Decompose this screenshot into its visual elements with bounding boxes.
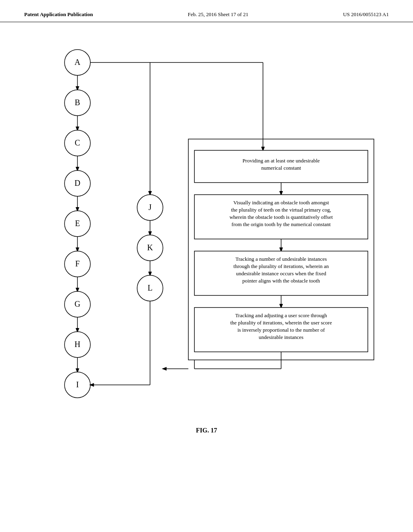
diagram-area: A B C D E F [0, 22, 413, 419]
box-3-text-2: through the plurality of iterations, whe… [234, 263, 329, 269]
box-4-text-4: undesirable instances [259, 334, 304, 340]
box-2-text-1: Visually indicating an obstacle tooth am… [233, 200, 329, 206]
box-4-text-1: Tracking and adjusting a user score thro… [235, 312, 327, 318]
box-2-text-2: the plurality of teeth on the virtual pr… [231, 207, 331, 213]
box-3-text-4: pointer aligns with the obstacle tooth [242, 278, 320, 284]
box-3-text-3: undesirable instance occurs when the fix… [236, 270, 326, 276]
node-K-label: K [147, 243, 153, 252]
box-4-text-3: is inversely proportional to the number … [238, 327, 325, 333]
node-H-label: H [75, 340, 80, 349]
figure-label: FIG. 17 [0, 427, 413, 450]
box-2-text-3: wherein the obstacle tooth is quantitati… [229, 214, 333, 220]
box-1-text-2: numerical constant [261, 165, 301, 171]
node-F-label: F [75, 259, 79, 268]
header-left: Patent Application Publication [24, 11, 93, 18]
node-B-label: B [75, 98, 80, 107]
node-C-label: C [75, 138, 80, 147]
header-right: US 2016/0055123 A1 [343, 11, 389, 18]
box-3-text-1: Tracking a number of undesirable instanc… [236, 256, 327, 262]
node-E-label: E [75, 219, 80, 228]
box-1-text-1: Providing an at least one undesirable [242, 158, 320, 164]
node-G-label: G [75, 299, 80, 308]
box-2-text-4: from the origin tooth by the numerical c… [232, 221, 331, 227]
node-J-label: J [148, 203, 152, 212]
node-D-label: D [75, 179, 80, 187]
node-L-label: L [148, 283, 152, 292]
node-I-label: I [76, 380, 79, 389]
page: Patent Application Publication Feb. 25, … [0, 0, 413, 532]
diagram-svg: A B C D E F [24, 38, 389, 401]
node-A-label: A [75, 58, 81, 66]
header: Patent Application Publication Feb. 25, … [0, 0, 413, 22]
box-4-text-2: the plurality of iterations, wherein the… [230, 320, 332, 326]
header-center: Feb. 25, 2016 Sheet 17 of 21 [188, 11, 248, 18]
